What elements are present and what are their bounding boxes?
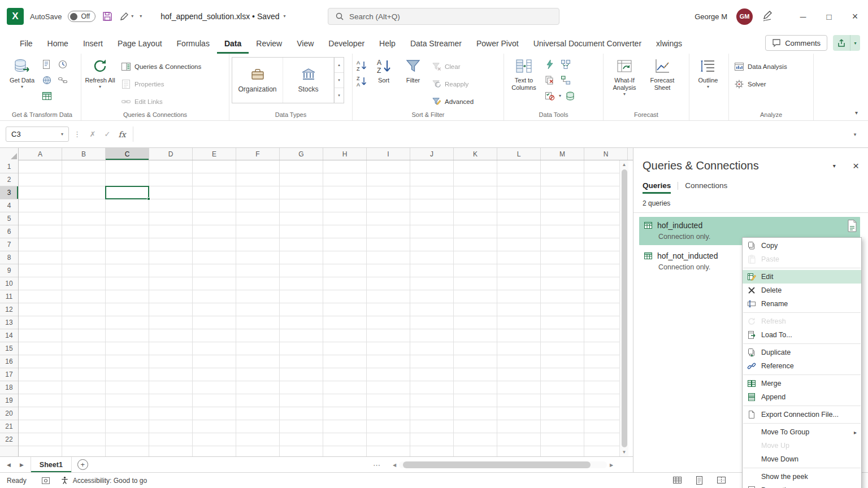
context-menu-item-duplicate[interactable]: Duplicate [743, 346, 861, 359]
relationships-button[interactable] [559, 73, 572, 87]
row-header-6[interactable]: 6 [0, 225, 18, 238]
name-box[interactable]: C3 ▾ [6, 127, 69, 142]
user-name[interactable]: George M [695, 12, 727, 21]
row-header-5[interactable]: 5 [0, 212, 18, 225]
page-break-view-button[interactable] [717, 476, 726, 485]
what-if-analysis-button[interactable]: What-If Analysis▾ [606, 55, 643, 97]
gallery-up-icon[interactable]: ▴ [335, 58, 344, 72]
solver-button[interactable]: Solver [731, 76, 790, 91]
flash-fill-button[interactable] [543, 58, 557, 71]
row-header-14[interactable]: 14 [0, 329, 18, 342]
column-header-a[interactable]: A [19, 148, 62, 160]
column-header-k[interactable]: K [454, 148, 497, 160]
sort-descending-button[interactable]: ZA [355, 75, 368, 88]
accessibility-status[interactable]: Accessibility: Good to go [60, 476, 147, 485]
context-menu-item-move-down[interactable]: Move Down [743, 452, 861, 466]
row-header-17[interactable]: 17 [0, 368, 18, 381]
scroll-down-icon[interactable]: ▼ [620, 448, 628, 456]
sort-ascending-button[interactable]: AZ [355, 59, 368, 72]
column-header-g[interactable]: G [280, 148, 323, 160]
row-header-21[interactable]: 21 [0, 420, 18, 433]
data-analysis-button[interactable]: Data Analysis [731, 59, 790, 74]
excel-logo-icon[interactable]: X [7, 8, 24, 25]
sheet-tab-splitter[interactable]: ⋯ [373, 457, 380, 473]
column-header-j[interactable]: J [410, 148, 454, 160]
ribbon-tab-data-streamer[interactable]: Data Streamer [403, 33, 469, 54]
column-header-b[interactable]: B [62, 148, 106, 160]
ribbon-tab-data[interactable]: Data [217, 33, 249, 54]
context-menu-item-move-to-group[interactable]: Move To Group▸ [743, 425, 861, 439]
close-button[interactable]: × [842, 0, 868, 33]
expand-formula-bar-icon[interactable]: ▾ [848, 132, 862, 137]
row-header-3[interactable]: 3 [0, 186, 18, 199]
ribbon-tab-help[interactable]: Help [372, 33, 403, 54]
from-table-range-button[interactable] [40, 89, 54, 103]
text-to-columns-button[interactable]: Text to Columns [506, 55, 541, 91]
data-type-card-organization[interactable]: Organization [232, 58, 283, 103]
ribbon-tab-home[interactable]: Home [40, 33, 76, 54]
context-menu-item-export-connection-file[interactable]: Export Connection File... [743, 408, 861, 421]
fill-handle[interactable] [147, 197, 150, 201]
ribbon-tab-formulas[interactable]: Formulas [170, 33, 217, 54]
row-header-11[interactable]: 11 [0, 290, 18, 303]
collapse-ribbon-icon[interactable]: ▾ [855, 110, 858, 116]
data-validation-dropdown-icon[interactable]: ▾ [559, 94, 561, 98]
autosave-toggle[interactable]: Off [68, 11, 96, 22]
column-header-f[interactable]: F [236, 148, 280, 160]
save-icon[interactable] [102, 11, 113, 22]
row-header-22[interactable]: 22 [0, 433, 18, 446]
share-dropdown-icon[interactable]: ▾ [850, 35, 860, 51]
document-title[interactable]: hof_append_solution.xlsx • Saved ▾ [160, 12, 285, 21]
vertical-scrollbar-thumb[interactable] [622, 169, 627, 447]
ribbon-tab-page-layout[interactable]: Page Layout [110, 33, 170, 54]
query-peek-icon[interactable] [847, 219, 858, 233]
maximize-button[interactable]: □ [816, 0, 842, 33]
insert-function-icon[interactable]: fx [115, 127, 129, 142]
remove-duplicates-button[interactable] [543, 73, 557, 87]
refresh-all-button[interactable]: Refresh All▾ [84, 55, 116, 89]
row-header-20[interactable]: 20 [0, 407, 18, 420]
row-header-18[interactable]: 18 [0, 381, 18, 394]
manage-data-model-button[interactable] [563, 89, 577, 103]
column-header-h[interactable]: H [323, 148, 367, 160]
column-header-e[interactable]: E [193, 148, 236, 160]
consolidate-button[interactable] [559, 58, 572, 71]
row-header-7[interactable]: 7 [0, 238, 18, 251]
forecast-sheet-button[interactable]: Forecast Sheet [645, 55, 680, 91]
ribbon-tab-insert[interactable]: Insert [76, 33, 110, 54]
macro-record-icon[interactable] [41, 476, 50, 485]
pane-tab-queries[interactable]: Queries [643, 181, 671, 194]
context-menu-item-edit[interactable]: Edit [743, 270, 861, 284]
pane-close-icon[interactable]: × [853, 160, 859, 171]
scroll-right-icon[interactable]: ▶ [607, 463, 616, 468]
row-header-19[interactable]: 19 [0, 394, 18, 407]
sort-button[interactable]: AZ Sort [370, 55, 397, 84]
gallery-down-icon[interactable]: ▾ [335, 72, 344, 88]
ribbon-tab-view[interactable]: View [289, 33, 321, 54]
ribbon-tab-universal-document-converter[interactable]: Universal Document Converter [526, 33, 649, 54]
context-menu-item-load-to[interactable]: Load To... [743, 328, 861, 342]
avatar[interactable]: GM [736, 8, 753, 25]
select-all-corner[interactable] [0, 148, 19, 160]
column-header-i[interactable]: I [367, 148, 410, 160]
row-header-8[interactable]: 8 [0, 251, 18, 264]
minimize-button[interactable]: ─ [790, 0, 816, 33]
context-menu-item-append[interactable]: Append [743, 390, 861, 404]
row-header-15[interactable]: 15 [0, 342, 18, 355]
data-validation-button[interactable] [543, 89, 557, 103]
row-header-2[interactable]: 2 [0, 173, 18, 186]
ribbon-tab-power-pivot[interactable]: Power Pivot [469, 33, 526, 54]
column-header-n[interactable]: N [584, 148, 628, 160]
comments-button[interactable]: Comments [765, 35, 827, 51]
draw-pen-icon[interactable]: ▾ [119, 11, 133, 21]
context-menu-item-reference[interactable]: Reference [743, 359, 861, 373]
outline-button[interactable]: Outline▾ [692, 55, 724, 89]
ribbon-tab-file[interactable]: File [12, 33, 40, 54]
context-menu-item-show-the-peek[interactable]: Show the peek [743, 470, 861, 483]
filter-button[interactable]: Filter [399, 55, 427, 84]
column-header-l[interactable]: L [497, 148, 541, 160]
from-web-button[interactable] [40, 73, 54, 87]
existing-connections-button[interactable] [56, 73, 70, 87]
context-menu-item-copy[interactable]: Copy [743, 239, 861, 252]
horizontal-scrollbar[interactable]: ◀ ▶ [390, 459, 616, 470]
